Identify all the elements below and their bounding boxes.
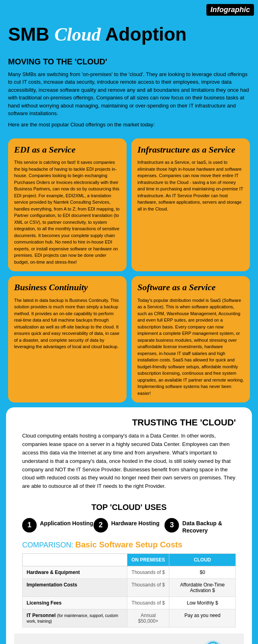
card-bc-title: Business Continuity <box>14 282 121 293</box>
table-row: Licensing FeesThousands of $Low Monthly … <box>23 597 236 609</box>
comparison-heading: COMPARISON: Basic Software Setup Costs <box>22 540 236 549</box>
table-header-on-premises: ON PREMISES <box>127 554 169 566</box>
table-row: Implementation CostsThousands of $Afford… <box>23 579 236 597</box>
table-row: Hardware & EquipmentThousands of $$0 <box>23 566 236 579</box>
card-saas: Software as a Service Today's popular di… <box>131 276 250 402</box>
uses-row: 1 Application Hosting 2 Hardware Hosting… <box>22 518 236 534</box>
use-number-3: 3 <box>164 518 179 533</box>
table-cell-label-3: IT Personnel (for maintenance, support, … <box>23 609 127 627</box>
trusting-text: Cloud computing entails hosting a compan… <box>22 432 236 491</box>
footer-section: Contact us today to learn more about our… <box>14 634 244 644</box>
table-cell-label-2: Licensing Fees <box>23 597 127 609</box>
moving-paragraph2: Here are the most popular Cloud offering… <box>8 121 250 129</box>
title-part1: SMB <box>8 24 54 45</box>
card-edi-body: This service is catching on fast! It sav… <box>14 159 121 265</box>
infographic-badge: Infographic <box>206 4 254 16</box>
comparison-heading-plain: COMPARISON: <box>22 541 73 549</box>
card-iaas: Infrastructure as a Service Infrastructu… <box>131 138 250 271</box>
comparison-section: COMPARISON: Basic Software Setup Costs O… <box>14 540 244 634</box>
table-cell-on-prem-2: Thousands of $ <box>127 597 169 609</box>
trusting-heading: TRUSTING THE 'CLOUD' <box>22 417 236 428</box>
table-cell-cloud-0: $0 <box>169 566 236 579</box>
table-cell-cloud-1: Affordable One-Time Activation $ <box>169 579 236 597</box>
header-section: Infographic SMB Cloud Adoption <box>0 0 258 51</box>
use-item-3: 3 Data Backup & Recovery <box>164 518 236 534</box>
use-item-1: 1 Application Hosting <box>22 518 94 533</box>
table-cell-on-prem-3: Annual $50,000+ <box>127 609 169 627</box>
namtek-logo-icon <box>202 640 224 644</box>
table-header-cloud: CLOUD <box>169 554 236 566</box>
use-item-2: 2 Hardware Hosting <box>94 518 165 533</box>
moving-paragraph1: Many SMBs are switching from 'on-premise… <box>8 70 250 118</box>
use-label-1: Application Hosting <box>40 518 93 527</box>
table-cell-on-prem-1: Thousands of $ <box>127 579 169 597</box>
table-row: IT Personnel (for maintenance, support, … <box>23 609 236 627</box>
card-saas-title: Software as a Service <box>137 282 244 293</box>
table-cell-label-1: Implementation Costs <box>23 579 127 597</box>
use-number-2: 2 <box>94 518 108 533</box>
card-saas-body: Today's popular distribution model is Sa… <box>137 297 244 397</box>
table-header-empty <box>23 554 127 566</box>
card-edi: EDI as a Service This service is catchin… <box>8 138 127 271</box>
title-part2: Adoption <box>101 24 187 45</box>
use-label-3: Data Backup & Recovery <box>182 518 236 534</box>
card-edi-title: EDI as a Service <box>14 144 121 155</box>
moving-section: MOVING TO THE 'CLOUD' Many SMBs are swit… <box>0 51 258 134</box>
table-cell-on-prem-0: Thousands of $ <box>127 566 169 579</box>
top-uses-section: TOP 'CLOUD' USES 1 Application Hosting 2… <box>14 497 244 540</box>
card-iaas-title: Infrastructure as a Service <box>137 144 244 155</box>
title-cloud: Cloud <box>54 24 101 45</box>
comparison-table: ON PREMISES CLOUD Hardware & EquipmentTh… <box>22 553 236 627</box>
table-cell-cloud-2: Low Monthly $ <box>169 597 236 609</box>
top-uses-heading: TOP 'CLOUD' USES <box>22 503 236 512</box>
footer-logo: NAMTEK CONSULTING SERVICES <box>190 640 236 644</box>
table-cell-cloud-3: Pay as you need <box>169 609 236 627</box>
card-bc-body: The latest in data backup is Business Co… <box>14 297 121 350</box>
use-label-2: Hardware Hosting <box>111 518 160 527</box>
use-number-1: 1 <box>22 518 37 533</box>
card-bc: Business Continuity The latest in data b… <box>8 276 127 402</box>
card-iaas-body: Infrastructure as a Service, or IaaS, is… <box>137 159 244 212</box>
comparison-heading-bold: Basic Software Setup Costs <box>75 540 183 549</box>
cards-grid: EDI as a Service This service is catchin… <box>0 134 258 407</box>
table-cell-label-0: Hardware & Equipment <box>23 566 127 579</box>
moving-heading: MOVING TO THE 'CLOUD' <box>8 57 250 66</box>
trusting-section: TRUSTING THE 'CLOUD' Cloud computing ent… <box>14 409 244 497</box>
white-bottom: TRUSTING THE 'CLOUD' Cloud computing ent… <box>0 407 258 644</box>
